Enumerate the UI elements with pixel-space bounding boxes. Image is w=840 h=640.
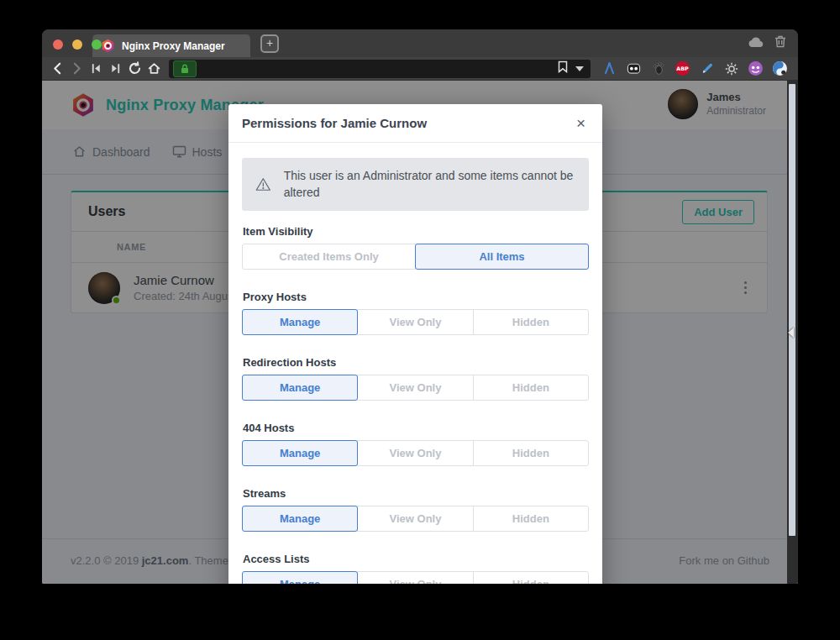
reload-button[interactable] xyxy=(125,60,144,78)
modal-title: Permissions for Jamie Curnow xyxy=(242,116,427,130)
option-view-only[interactable]: View Only xyxy=(357,440,473,466)
browser-window: Nginx Proxy Manager + ABP xyxy=(42,29,798,584)
browser-toolbar: ABP xyxy=(42,57,798,81)
segmented-control: Created Items OnlyAll Items xyxy=(242,244,589,270)
new-tab-button[interactable]: + xyxy=(260,34,279,53)
modal-body: This user is an Administrator and some i… xyxy=(228,143,602,584)
extension-privacy-swirl-icon[interactable] xyxy=(771,60,789,77)
extension-divider-tool-icon[interactable] xyxy=(601,60,618,77)
back-button[interactable] xyxy=(48,60,67,78)
option-hidden[interactable]: Hidden xyxy=(473,506,589,532)
warning-icon xyxy=(255,176,271,192)
permissions-modal: Permissions for Jamie Curnow × This user… xyxy=(228,104,602,584)
perm-section-label: 404 Hosts xyxy=(243,422,588,434)
fast-forward-button[interactable] xyxy=(106,60,125,78)
zoom-window-button[interactable] xyxy=(92,39,102,50)
segmented-control: ManageView OnlyHidden xyxy=(242,309,589,335)
perm-section-item-visibility: Item VisibilityCreated Items OnlyAll Ite… xyxy=(242,225,589,270)
extension-stylus-pen-icon[interactable] xyxy=(698,60,716,77)
tab-title: Nginx Proxy Manager xyxy=(122,40,225,52)
close-icon[interactable]: × xyxy=(573,113,589,133)
option-view-only[interactable]: View Only xyxy=(357,571,473,584)
perm-section-access-lists: Access ListsManageView OnlyHidden xyxy=(242,553,589,584)
scrollbar-thumb[interactable] xyxy=(789,84,795,536)
browser-tab[interactable]: Nginx Proxy Manager xyxy=(92,34,250,57)
home-button[interactable] xyxy=(144,60,164,78)
segmented-control: ManageView OnlyHidden xyxy=(242,571,589,584)
segmented-control: ManageView OnlyHidden xyxy=(242,506,589,532)
option-view-only[interactable]: View Only xyxy=(357,309,473,335)
url-bar[interactable] xyxy=(169,60,591,78)
close-window-button[interactable] xyxy=(53,39,63,50)
option-manage[interactable]: Manage xyxy=(242,375,358,401)
extension-gnome-foot-icon[interactable] xyxy=(649,60,667,77)
option-hidden[interactable]: Hidden xyxy=(473,309,589,335)
segmented-control: ManageView OnlyHidden xyxy=(242,440,589,466)
option-view-only[interactable]: View Only xyxy=(357,506,473,532)
npm-favicon xyxy=(101,39,115,53)
panel-toggle-arrow-icon[interactable] xyxy=(788,328,794,338)
perm-section-label: Access Lists xyxy=(243,553,588,565)
window-controls xyxy=(53,39,102,50)
browser-viewport: Nginx Proxy Manager James Administrator … xyxy=(42,81,798,584)
sync-cloud-icon[interactable] xyxy=(748,36,764,51)
option-all-items[interactable]: All Items xyxy=(415,244,589,270)
extension-container-goggles-icon[interactable] xyxy=(625,60,643,77)
option-view-only[interactable]: View Only xyxy=(357,375,473,401)
forward-button[interactable] xyxy=(67,60,87,78)
bookmark-dropdown-icon[interactable] xyxy=(575,66,584,71)
perm-section-label: Item Visibility xyxy=(243,225,588,238)
browser-titlebar: Nginx Proxy Manager + xyxy=(42,29,798,57)
perm-section-label: Streams xyxy=(243,487,588,500)
bookmark-icon[interactable] xyxy=(558,60,568,76)
perm-section-streams: StreamsManageView OnlyHidden xyxy=(242,487,589,532)
option-manage[interactable]: Manage xyxy=(242,440,358,466)
trash-icon[interactable] xyxy=(774,35,786,51)
admin-alert-text: This user is an Administrator and some i… xyxy=(284,168,575,201)
extension-purple-avatar-icon[interactable] xyxy=(747,60,764,77)
extension-adblock-plus-icon[interactable]: ABP xyxy=(674,60,691,77)
ssl-lock-icon[interactable] xyxy=(173,60,197,77)
minimize-window-button[interactable] xyxy=(72,39,82,50)
option-hidden[interactable]: Hidden xyxy=(473,375,589,401)
extension-gear-icon[interactable] xyxy=(722,60,740,77)
perm-section-404-hosts: 404 HostsManageView OnlyHidden xyxy=(242,422,589,466)
segmented-control: ManageView OnlyHidden xyxy=(242,375,589,401)
admin-alert: This user is an Administrator and some i… xyxy=(242,158,589,211)
modal-sections: Item VisibilityCreated Items OnlyAll Ite… xyxy=(242,225,589,584)
perm-section-label: Proxy Hosts xyxy=(243,291,588,303)
svg-text:ABP: ABP xyxy=(676,66,689,71)
perm-section-label: Redirection Hosts xyxy=(243,356,588,369)
perm-section-redirection-hosts: Redirection HostsManageView OnlyHidden xyxy=(242,356,589,401)
modal-header: Permissions for Jamie Curnow × xyxy=(228,104,602,143)
option-manage[interactable]: Manage xyxy=(242,309,358,335)
option-created-items-only[interactable]: Created Items Only xyxy=(242,244,416,270)
perm-section-proxy-hosts: Proxy HostsManageView OnlyHidden xyxy=(242,291,589,335)
option-manage[interactable]: Manage xyxy=(242,506,358,532)
option-manage[interactable]: Manage xyxy=(242,571,358,584)
option-hidden[interactable]: Hidden xyxy=(473,571,589,584)
option-hidden[interactable]: Hidden xyxy=(473,440,589,466)
rewind-button[interactable] xyxy=(87,60,106,78)
